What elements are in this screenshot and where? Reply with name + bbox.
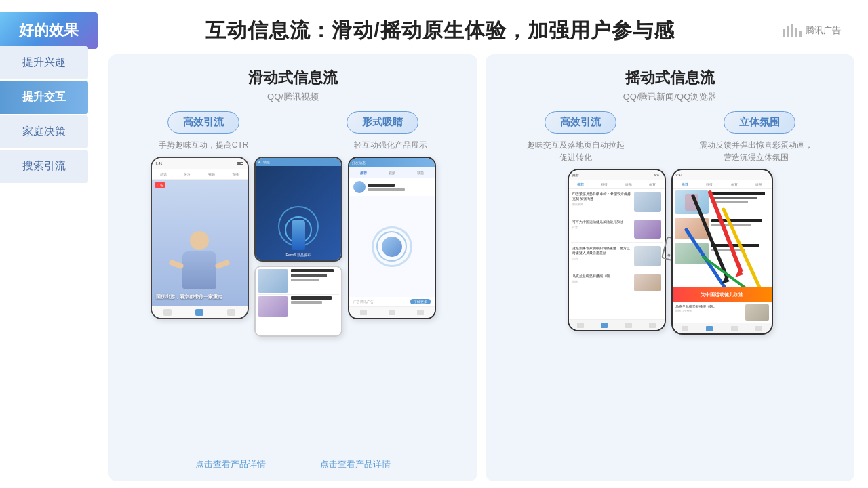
left-phone-2: 精选 Reno6 新品发布	[254, 157, 342, 262]
right-panel-subtitle: QQ/腾讯新闻/QQ浏览器	[623, 91, 717, 103]
svg-rect-4	[799, 30, 802, 37]
header-badge: 好的效果	[0, 12, 98, 49]
right-panel-title: 摇动式信息流	[625, 68, 715, 88]
svg-rect-0	[783, 29, 785, 37]
sidebar: 提升兴趣 提升交互 家庭决策 搜索引流	[0, 46, 88, 184]
left-view-link-1[interactable]: 点击查看产品详情	[195, 458, 266, 470]
right-feature-tag-1: 高效引流	[545, 111, 616, 134]
svg-rect-1	[787, 26, 789, 37]
left-phones: 9:41 精选 关注 视频 直播	[119, 157, 467, 449]
header-title: 互动信息流：滑动/摇动原生体验，加强用户参与感	[98, 17, 783, 45]
left-panel-title: 滑动式信息流	[248, 68, 338, 88]
left-phone-1: 9:41 精选 关注 视频 直播	[151, 157, 249, 319]
logo-icon	[783, 24, 802, 37]
svg-rect-3	[795, 28, 797, 37]
right-feature-row: 高效引流 立体氛围	[496, 111, 844, 134]
right-feature-tag-2: 立体氛围	[724, 111, 795, 134]
logo-text: 腾讯广告	[806, 24, 841, 37]
left-feature-tag-2: 形式吸睛	[347, 111, 418, 134]
left-panel-subtitle: QQ/腾讯视频	[267, 91, 319, 103]
left-desc-1: 手势趣味互动，提高CTR	[159, 139, 249, 151]
sidebar-item-interest[interactable]: 提升兴趣	[0, 46, 88, 79]
right-desc-1: 趣味交互及落地页自动拉起促进转化	[527, 139, 625, 163]
left-phone-4: 好友动态 推荐 视频 话题	[348, 157, 436, 319]
left-panel: 滑动式信息流 QQ/腾讯视频 高效引流 形式吸睛 手势趣味互动，提高CTR 轻互…	[108, 54, 477, 481]
left-phone-3	[254, 266, 342, 337]
left-desc-2: 轻互动强化产品展示	[354, 139, 427, 151]
sidebar-item-family[interactable]: 家庭决策	[0, 115, 88, 148]
right-phone-2: 9:41 推荐 科技 体育 娱乐	[671, 169, 773, 335]
header-logo: 腾讯广告	[783, 24, 841, 37]
sidebar-item-search[interactable]: 搜索引流	[0, 150, 88, 183]
right-panel: 摇动式信息流 QQ/腾讯新闻/QQ浏览器 高效引流 立体氛围 趣味交互及落地页自…	[486, 54, 854, 481]
right-phone-1: 推荐 9:41 推荐 科技 娱乐 体育	[568, 169, 666, 331]
svg-rect-2	[791, 24, 793, 37]
left-feature-tag-1: 高效引流	[167, 111, 239, 134]
left-view-link-2[interactable]: 点击查看产品详情	[320, 458, 391, 470]
left-feature-row: 高效引流 形式吸睛	[119, 111, 467, 134]
right-desc-2: 震动反馈并弹出惊喜彩蛋动画，营造沉浸立体氛围	[699, 139, 813, 163]
sidebar-item-interaction[interactable]: 提升交互	[0, 81, 88, 114]
main-content: 滑动式信息流 QQ/腾讯视频 高效引流 形式吸睛 手势趣味互动，提高CTR 轻互…	[95, 46, 868, 488]
right-phones: 推荐 9:41 推荐 科技 娱乐 体育	[496, 169, 844, 470]
